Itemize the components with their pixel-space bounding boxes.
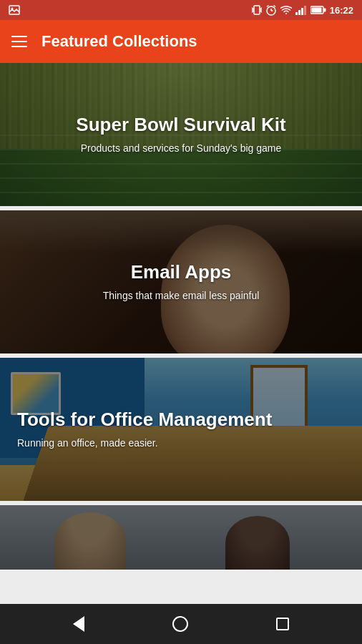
card-3-subtitle: Running an office, made easier.: [17, 436, 158, 451]
collections-list: Super Bowl Survival Kit Products and ser…: [0, 63, 362, 604]
card-1-content: Super Bowl Survival Kit Products and ser…: [0, 63, 362, 206]
svg-rect-2: [254, 6, 260, 14]
bottom-nav-bar: [0, 604, 362, 644]
svg-rect-15: [304, 6, 306, 15]
recent-apps-icon: [276, 618, 289, 630]
vibrate-icon: [252, 4, 262, 16]
home-icon: [172, 616, 188, 632]
svg-rect-13: [298, 10, 300, 15]
card-4-content: [0, 505, 362, 570]
image-icon: [9, 5, 20, 15]
collection-card-office-management[interactable]: Tools for Office Management Running an o…: [0, 358, 362, 501]
status-time: 16:22: [330, 5, 353, 16]
svg-rect-17: [323, 9, 326, 12]
card-2-subtitle: Things that make email less painful: [103, 289, 260, 303]
card-2-title: Email Apps: [131, 261, 232, 283]
hamburger-menu-icon[interactable]: [11, 36, 27, 47]
collection-card-super-bowl[interactable]: Super Bowl Survival Kit Products and ser…: [0, 63, 362, 206]
back-button[interactable]: [67, 610, 90, 638]
svg-rect-14: [301, 8, 303, 15]
svg-rect-18: [311, 8, 321, 13]
svg-line-10: [267, 6, 269, 7]
recent-apps-button[interactable]: [270, 612, 295, 636]
status-bar: 16:22: [0, 0, 362, 20]
home-button[interactable]: [167, 610, 194, 638]
alarm-icon: [265, 4, 277, 16]
app-bar-title: Featured Collections: [41, 32, 197, 51]
svg-line-11: [273, 6, 275, 7]
signal-icon: [295, 5, 307, 15]
wifi-icon: [280, 5, 292, 15]
card-2-content: Email Apps Things that make email less p…: [0, 210, 362, 353]
card-3-title: Tools for Office Management: [17, 409, 272, 431]
collection-card-email-apps[interactable]: Email Apps Things that make email less p…: [0, 210, 362, 353]
app-bar: Featured Collections: [0, 20, 362, 63]
card-1-title: Super Bowl Survival Kit: [76, 114, 285, 136]
status-icons: 16:22: [252, 4, 353, 16]
battery-icon: [310, 6, 326, 14]
card-1-subtitle: Products and services for Sunday's big g…: [81, 142, 282, 156]
back-icon: [73, 616, 84, 632]
svg-rect-12: [295, 12, 298, 15]
status-bar-left: [9, 5, 248, 15]
card-3-content: Tools for Office Management Running an o…: [0, 358, 362, 501]
collection-card-fourth[interactable]: [0, 505, 362, 570]
